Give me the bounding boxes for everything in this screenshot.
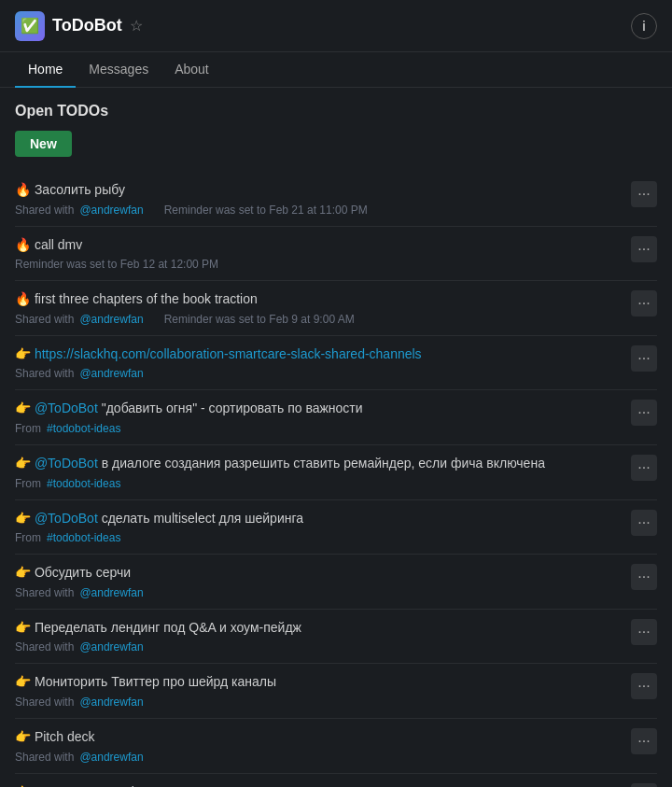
todo-content: 🔥 call dmv Reminder was set to Feb 12 at…: [15, 236, 623, 272]
more-button[interactable]: ···: [631, 236, 657, 262]
todo-row: 🔥 first three chapters of the book tract…: [15, 290, 657, 326]
todo-content: 👉 @ToDoBot "добавить огня" - сортировать…: [15, 400, 623, 435]
new-button[interactable]: New: [15, 131, 72, 157]
tab-home[interactable]: Home: [15, 52, 76, 88]
todo-meta: Shared with @andrewfan Reminder was set …: [15, 313, 623, 326]
todo-title: 👉 @ToDoBot в диалоге создания разрешить …: [15, 455, 623, 473]
todo-item: 👉 Спросить про сферу ···: [15, 774, 657, 787]
todo-list: 🔥 Засолить рыбу Shared with @andrewfan R…: [15, 172, 657, 787]
more-button[interactable]: ···: [631, 728, 657, 754]
more-button[interactable]: ···: [631, 673, 657, 699]
todo-meta: Shared with @andrewfan: [15, 367, 623, 380]
more-button[interactable]: ···: [631, 564, 657, 590]
tab-messages[interactable]: Messages: [76, 52, 161, 88]
todo-title: 👉 https://slackhq.com/collaboration-smar…: [15, 345, 623, 364]
more-button[interactable]: ···: [631, 345, 657, 372]
todo-title: 👉 Спросить про сферу: [15, 783, 623, 787]
todo-title: 👉 Pitch deck: [15, 728, 623, 747]
todo-meta: From #todobot-ideas: [15, 422, 623, 435]
todo-content: 🔥 Засолить рыбу Shared with @andrewfan R…: [15, 181, 623, 217]
todo-row: 👉 @ToDoBot сделать multiselect для шейри…: [15, 510, 657, 545]
todo-title: 🔥 call dmv: [15, 236, 623, 255]
todo-row: 👉 Мониторить Твиттер про шейрд каналы Sh…: [15, 673, 657, 709]
tab-bar: Home Messages About: [0, 52, 672, 88]
todo-row: 👉 https://slackhq.com/collaboration-smar…: [15, 345, 657, 381]
todo-item: 🔥 first three chapters of the book tract…: [15, 281, 657, 336]
todo-meta: From #todobot-ideas: [15, 531, 623, 544]
todo-content: 👉 https://slackhq.com/collaboration-smar…: [15, 345, 623, 381]
todo-content: 👉 Мониторить Твиттер про шейрд каналы Sh…: [15, 673, 623, 709]
todo-meta: Shared with @andrewfan: [15, 751, 623, 764]
todo-content: 👉 Pitch deck Shared with @andrewfan: [15, 728, 623, 764]
todo-row: 👉 Обсудить серчи Shared with @andrewfan …: [15, 564, 657, 599]
todo-row: 👉 Pitch deck Shared with @andrewfan ···: [15, 728, 657, 764]
todo-row: 👉 Спросить про сферу ···: [15, 783, 657, 787]
info-button[interactable]: i: [631, 13, 657, 39]
more-button[interactable]: ···: [631, 400, 657, 426]
todo-item: 👉 @ToDoBot в диалоге создания разрешить …: [15, 445, 657, 500]
todo-title: 👉 Мониторить Твиттер про шейрд каналы: [15, 673, 623, 692]
todo-content: 🔥 first three chapters of the book tract…: [15, 290, 623, 326]
todo-meta: Shared with @andrewfan: [15, 696, 623, 709]
todo-meta: Shared with @andrewfan: [15, 586, 623, 599]
todo-item: 👉 Переделать лендинг под Q&A и хоум-пейд…: [15, 610, 657, 665]
todo-row: 👉 Переделать лендинг под Q&A и хоум-пейд…: [15, 619, 657, 654]
todo-content: 👉 @ToDoBot сделать multiselect для шейри…: [15, 510, 623, 545]
header-left: ✅ ToDoBot ☆: [15, 11, 143, 41]
todo-item: 🔥 Засолить рыбу Shared with @andrewfan R…: [15, 172, 657, 227]
todo-title: 🔥 first three chapters of the book tract…: [15, 290, 623, 309]
header: ✅ ToDoBot ☆ i: [0, 0, 672, 52]
more-button[interactable]: ···: [631, 619, 657, 645]
todo-item: 👉 @ToDoBot "добавить огня" - сортировать…: [15, 390, 657, 445]
todo-row: 👉 @ToDoBot в диалоге создания разрешить …: [15, 455, 657, 490]
todo-title: 👉 Обсудить серчи: [15, 564, 623, 583]
todo-item: 👉 https://slackhq.com/collaboration-smar…: [15, 336, 657, 391]
todo-item: 🔥 call dmv Reminder was set to Feb 12 at…: [15, 227, 657, 282]
todo-content: 👉 Обсудить серчи Shared with @andrewfan: [15, 564, 623, 599]
more-button[interactable]: ···: [631, 783, 657, 787]
todo-content: 👉 Спросить про сферу: [15, 783, 623, 787]
more-button[interactable]: ···: [631, 181, 657, 207]
more-button[interactable]: ···: [631, 510, 657, 536]
todo-title: 👉 @ToDoBot сделать multiselect для шейри…: [15, 510, 623, 528]
todo-row: 👉 @ToDoBot "добавить огня" - сортировать…: [15, 400, 657, 435]
todo-meta: Reminder was set to Feb 12 at 12:00 PM: [15, 258, 623, 271]
todo-title: 👉 @ToDoBot "добавить огня" - сортировать…: [15, 400, 623, 418]
todo-content: 👉 Переделать лендинг под Q&A и хоум-пейд…: [15, 619, 623, 654]
section-title: Open TODOs: [15, 103, 657, 119]
todo-row: 🔥 call dmv Reminder was set to Feb 12 at…: [15, 236, 657, 272]
todo-content: 👉 @ToDoBot в диалоге создания разрешить …: [15, 455, 623, 490]
more-button[interactable]: ···: [631, 455, 657, 481]
todo-title: 👉 Переделать лендинг под Q&A и хоум-пейд…: [15, 619, 623, 638]
todo-item: 👉 Pitch deck Shared with @andrewfan ···: [15, 719, 657, 774]
todo-meta: Shared with @andrewfan Reminder was set …: [15, 204, 623, 217]
todo-item: 👉 @ToDoBot сделать multiselect для шейри…: [15, 500, 657, 555]
todo-item: 👉 Обсудить серчи Shared with @andrewfan …: [15, 555, 657, 610]
tab-about[interactable]: About: [161, 52, 222, 88]
todo-meta: From #todobot-ideas: [15, 477, 623, 490]
main-content: Open TODOs New 🔥 Засолить рыбу Shared wi…: [0, 88, 672, 787]
todo-meta: Shared with @andrewfan: [15, 640, 623, 653]
todo-item: 👉 Мониторить Твиттер про шейрд каналы Sh…: [15, 664, 657, 719]
star-icon[interactable]: ☆: [130, 17, 143, 35]
app-icon: ✅: [15, 11, 45, 41]
app-title: ToDoBot: [52, 16, 122, 35]
more-button[interactable]: ···: [631, 290, 657, 316]
todo-title: 🔥 Засолить рыбу: [15, 181, 623, 200]
todo-row: 🔥 Засолить рыбу Shared with @andrewfan R…: [15, 181, 657, 217]
